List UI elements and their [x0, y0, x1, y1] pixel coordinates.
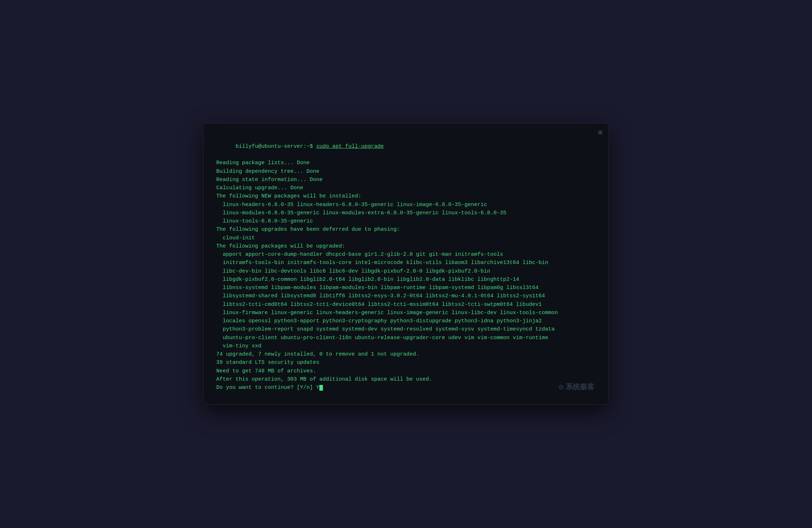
terminal-line: cloud-init — [216, 234, 596, 242]
terminal-line: libgdk-pixbuf2.0-common libglib2.0-t64 l… — [216, 275, 596, 284]
terminal-output: Reading package lists... DoneBuilding de… — [216, 159, 596, 392]
terminal-line: linux-modules-6.8.0-35-generic linux-mod… — [216, 209, 596, 217]
terminal-line: libsystemd-shared libsystemd0 libtiff6 l… — [216, 292, 596, 300]
terminal-line: initramfs-tools-bin initramfs-tools-core… — [216, 259, 596, 267]
terminal-line: Building dependency tree... Done — [216, 167, 596, 176]
terminal-line: The following NEW packages will be insta… — [216, 192, 596, 200]
terminal-window: ⊞ billyfu@ubuntu-server:~$ sudo apt full… — [203, 123, 609, 405]
watermark: ◎ 系统极客 — [559, 382, 594, 392]
terminal-line: ubuntu-pro-client ubuntu-pro-client-l10n… — [216, 334, 596, 342]
terminal-line: libc-dev-bin libc-devtools libc6 libc6-d… — [216, 267, 596, 275]
terminal-line: libtss2-tcti-cmd0t64 libtss2-tcti-device… — [216, 300, 596, 309]
terminal-line: linux-tools-6.8.0-35-generic — [216, 217, 596, 225]
terminal-line: Calculating upgrade... Done — [216, 184, 596, 192]
terminal-line: apport apport-core-dump-handler dhcpcd-b… — [216, 250, 596, 259]
terminal-line: linux-firmware linux-generic linux-heade… — [216, 309, 596, 317]
prompt-command: sudo apt full-upgrade — [316, 143, 384, 150]
terminal-line: linux-headers-6.8.0-35 linux-headers-6.8… — [216, 201, 596, 209]
terminal-line: python3-problem-report snapd systemd sys… — [216, 325, 596, 333]
terminal-line: vim-tiny xxd — [216, 342, 596, 350]
terminal-line: The following upgrades have been deferre… — [216, 225, 596, 234]
window-controls: ⊞ — [598, 128, 602, 136]
terminal-content: billyfu@ubuntu-server:~$ sudo apt full-u… — [216, 134, 596, 392]
terminal-line: Reading package lists... Done — [216, 159, 596, 167]
terminal-line: 39 standard LTS security updates — [216, 358, 596, 367]
terminal-line: libnss-systemd libpam-modules libpam-mod… — [216, 284, 596, 292]
terminal-line: After this operation, 303 MB of addition… — [216, 375, 596, 383]
terminal-line: Need to get 748 MB of archives. — [216, 367, 596, 375]
terminal-line: Reading state information... Done — [216, 176, 596, 184]
prompt-user: billyfu@ubuntu-server:~$ — [236, 143, 316, 150]
watermark-text: 系统极客 — [566, 382, 594, 392]
watermark-icon: ◎ — [559, 382, 564, 392]
terminal-line: The following packages will be upgraded: — [216, 242, 596, 250]
split-icon[interactable]: ⊞ — [598, 128, 602, 136]
terminal-line: 74 upgraded, 7 newly installed, 0 to rem… — [216, 350, 596, 358]
terminal-line: Do you want to continue? [Y/n] Y — [216, 383, 596, 392]
prompt-line: billyfu@ubuntu-server:~$ sudo apt full-u… — [216, 134, 596, 159]
terminal-line: locales openssl python3-apport python3-c… — [216, 317, 596, 325]
